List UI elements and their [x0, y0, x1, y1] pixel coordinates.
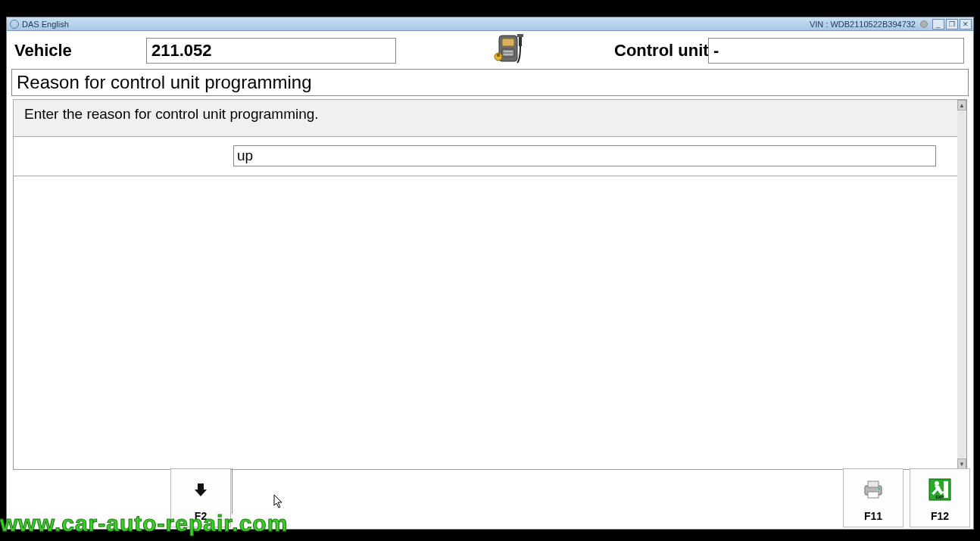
control-unit-value-field: - [708, 38, 964, 64]
reason-input[interactable] [233, 145, 936, 166]
close-button[interactable]: ✕ [960, 19, 972, 30]
instruction-text: Enter the reason for control unit progra… [14, 100, 957, 136]
content-area: Vehicle 211.052 Control unit - [7, 31, 973, 529]
arrow-down-icon [192, 469, 209, 510]
vin-label: VIN : WDB2110522B394732 [810, 20, 916, 29]
scroll-up-icon[interactable]: ▲ [957, 100, 966, 110]
f12-label: F12 [931, 510, 949, 522]
vehicle-label: Vehicle [11, 41, 146, 61]
svg-rect-11 [868, 492, 879, 498]
f11-button[interactable]: F11 [843, 468, 904, 527]
svg-text:EXIT: EXIT [935, 495, 944, 499]
instruction-box: Enter the reason for control unit progra… [13, 99, 958, 137]
separator [232, 468, 233, 514]
app-logo-icon [10, 20, 19, 29]
watermark-text: www.car-auto-repair.com [0, 511, 288, 536]
status-dot-icon [920, 20, 928, 28]
svg-point-12 [879, 488, 881, 490]
maximize-button[interactable]: ❐ [946, 19, 958, 30]
svg-rect-1 [502, 39, 514, 46]
input-row [13, 136, 958, 176]
title-bar: DAS English VIN : WDB2110522B394732 _ ❐ … [7, 17, 973, 31]
svg-rect-3 [504, 51, 513, 52]
main-panel: Enter the reason for control unit progra… [13, 99, 967, 470]
svg-point-15 [935, 481, 939, 486]
svg-rect-14 [944, 481, 948, 498]
page-title: Reason for control unit programming [11, 69, 969, 96]
svg-rect-2 [502, 49, 514, 57]
svg-rect-7 [519, 36, 522, 46]
svg-rect-6 [497, 54, 500, 57]
svg-rect-8 [517, 34, 523, 37]
vehicle-value-field: 211.052 [146, 38, 396, 64]
app-window: DAS English VIN : WDB2110522B394732 _ ❐ … [6, 17, 974, 530]
svg-rect-4 [504, 54, 513, 55]
f12-button[interactable]: EXIT F12 [910, 468, 970, 527]
control-unit-label: Control unit [614, 41, 709, 61]
diagnostic-device-icon [492, 33, 529, 70]
scrollbar-track[interactable]: ▲ ▼ [957, 100, 966, 469]
window-title: DAS English [22, 20, 69, 29]
minimize-button[interactable]: _ [932, 19, 944, 30]
exit-icon: EXIT [929, 469, 951, 510]
scroll-down-icon[interactable]: ▼ [957, 459, 966, 469]
printer-icon [862, 469, 885, 510]
header-row: Vehicle 211.052 Control unit - [11, 34, 969, 67]
f11-label: F11 [864, 510, 882, 522]
svg-rect-10 [868, 481, 879, 487]
